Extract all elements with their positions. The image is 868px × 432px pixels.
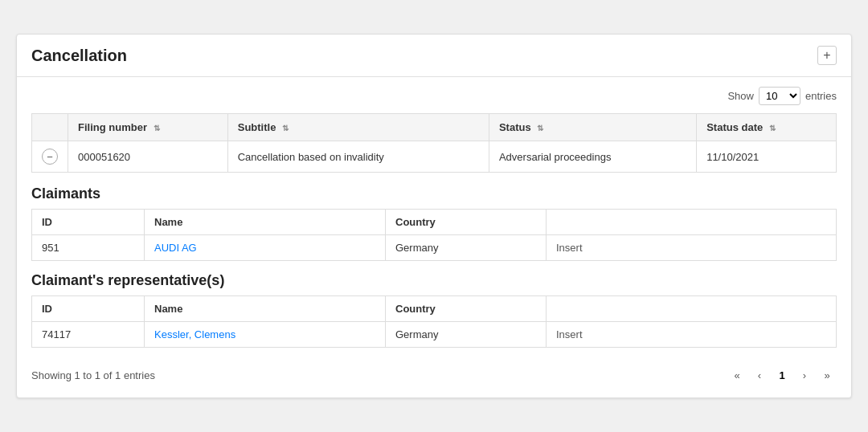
status-cell: Adversarial proceedings — [489, 141, 696, 173]
representatives-title: Claimant's representative(s) — [31, 272, 837, 289]
claimants-header-row: ID Name Country — [32, 210, 837, 235]
col-subtitle[interactable]: Subtitle ⇅ — [227, 114, 489, 141]
claimant-name-link[interactable]: AUDI AG — [154, 242, 197, 254]
filing-number-cell: 000051620 — [68, 141, 228, 173]
entries-select[interactable]: 10 25 50 100 — [759, 87, 800, 105]
col-status-date[interactable]: Status date ⇅ — [697, 114, 837, 141]
rep-name: Kessler, Clemens — [145, 322, 386, 348]
prev-page-button[interactable]: ‹ — [750, 365, 769, 385]
entries-label: entries — [805, 90, 837, 102]
claimants-col-country: Country — [386, 210, 547, 235]
current-page-button[interactable]: 1 — [772, 365, 792, 385]
rep-col-name: Name — [145, 296, 386, 322]
expand-button[interactable]: + — [817, 46, 837, 65]
expand-cell: − — [32, 141, 68, 173]
rep-id: 74117 — [32, 322, 145, 348]
col-status[interactable]: Status ⇅ — [489, 114, 696, 141]
last-page-button[interactable]: » — [817, 365, 837, 385]
rep-col-country: Country — [386, 296, 547, 322]
sort-icon-status-date: ⇅ — [769, 124, 776, 132]
col-filing-number[interactable]: Filing number ⇅ — [68, 114, 228, 141]
sort-icon-status: ⇅ — [537, 124, 543, 132]
row-expand-button[interactable]: − — [42, 149, 58, 165]
col-expand — [32, 114, 68, 141]
claimants-table: ID Name Country 951 AUDI AG Germany Inse… — [31, 209, 837, 261]
main-table: Filing number ⇅ Subtitle ⇅ Status ⇅ Stat… — [31, 113, 837, 173]
claimant-insert-button[interactable]: Insert — [556, 242, 583, 254]
claimant-id: 951 — [32, 235, 145, 261]
showing-text: Showing 1 to 1 of 1 entries — [31, 369, 155, 381]
card-header: Cancellation + — [17, 35, 851, 77]
representatives-header-row: ID Name Country — [32, 296, 837, 322]
rep-name-link[interactable]: Kessler, Clemens — [154, 328, 235, 340]
sort-icon-filing: ⇅ — [154, 124, 160, 132]
main-card: Cancellation + Show 10 25 50 100 entries… — [16, 34, 852, 398]
claimants-col-action — [547, 210, 837, 235]
claimants-title: Claimants — [31, 185, 837, 202]
claimants-row: 951 AUDI AG Germany Insert — [32, 235, 837, 261]
claimants-col-id: ID — [32, 210, 145, 235]
representatives-row: 74117 Kessler, Clemens Germany Insert — [32, 322, 837, 348]
first-page-button[interactable]: « — [727, 365, 747, 385]
rep-col-id: ID — [32, 296, 145, 322]
table-row: − 000051620 Cancellation based on invali… — [32, 141, 837, 173]
status-date-cell: 11/10/2021 — [697, 141, 837, 173]
rep-insert-button[interactable]: Insert — [556, 328, 583, 340]
next-page-button[interactable]: › — [795, 365, 814, 385]
claimant-action: Insert — [547, 235, 837, 261]
show-label: Show — [727, 90, 754, 102]
main-table-header-row: Filing number ⇅ Subtitle ⇅ Status ⇅ Stat… — [32, 114, 837, 141]
page-title: Cancellation — [31, 47, 127, 65]
rep-col-action — [547, 296, 837, 322]
claimants-col-name: Name — [145, 210, 386, 235]
claimant-country: Germany — [386, 235, 547, 261]
claimant-name: AUDI AG — [145, 235, 386, 261]
pagination-controls: « ‹ 1 › » — [727, 365, 837, 385]
rep-country: Germany — [386, 322, 547, 348]
sort-icon-subtitle: ⇅ — [282, 124, 289, 132]
show-entries-row: Show 10 25 50 100 entries — [31, 87, 837, 105]
subtitle-cell: Cancellation based on invalidity — [227, 141, 489, 173]
rep-action: Insert — [547, 322, 837, 348]
card-body: Show 10 25 50 100 entries Filing number … — [17, 77, 851, 397]
pagination-row: Showing 1 to 1 of 1 entries « ‹ 1 › » — [31, 359, 837, 388]
representatives-table: ID Name Country 74117 Kessler, Clemens G… — [31, 295, 837, 348]
